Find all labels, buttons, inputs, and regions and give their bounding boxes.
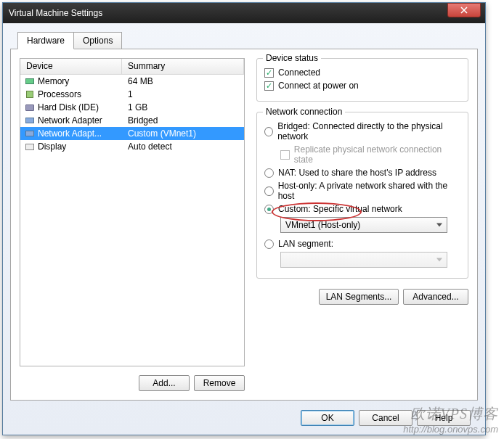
- cancel-button[interactable]: Cancel: [359, 410, 412, 426]
- device-row[interactable]: Network AdapterBridged: [20, 114, 244, 127]
- content-area: Hardware Options Device Summary Memory64…: [10, 32, 478, 401]
- checkbox-label: Connected: [278, 67, 320, 78]
- hdd-icon: [25, 103, 35, 112]
- lan-segment-dropdown: [280, 252, 447, 268]
- advanced-button[interactable]: Advanced...: [403, 289, 468, 305]
- connected-checkbox[interactable]: [264, 68, 274, 78]
- tab-bar: Hardware Options: [17, 32, 478, 49]
- host-only-row[interactable]: Host-only: A private network shared with…: [264, 181, 460, 201]
- lan-segment-radio[interactable]: [264, 239, 274, 249]
- hardware-panel: Device Summary Memory64 MBProcessors1Har…: [10, 49, 478, 401]
- network-connection-group: Network connection Bridged: Connected di…: [256, 112, 468, 279]
- device-row[interactable]: Memory64 MB: [20, 75, 244, 88]
- titlebar[interactable]: Virtual Machine Settings: [3, 3, 485, 23]
- button-label: OK: [321, 413, 333, 423]
- net-icon: [25, 116, 35, 125]
- tab-options[interactable]: Options: [73, 32, 122, 49]
- connected-row[interactable]: Connected: [264, 67, 460, 78]
- vm-settings-window: Virtual Machine Settings Hardware Option…: [2, 2, 486, 435]
- device-name: Processors: [38, 89, 81, 99]
- device-list-header: Device Summary: [20, 59, 244, 75]
- col-header-summary[interactable]: Summary: [122, 59, 244, 74]
- radio-label: Host-only: A private network shared with…: [278, 181, 460, 201]
- device-summary: 1 GB: [122, 102, 244, 112]
- replicate-checkbox: [280, 150, 290, 160]
- button-label: Cancel: [372, 413, 399, 423]
- right-pane: Device status Connected Connect at power…: [256, 58, 468, 391]
- nat-radio[interactable]: [264, 168, 274, 178]
- tab-hardware[interactable]: Hardware: [17, 32, 74, 49]
- radio-label: Bridged: Connected directly to the physi…: [277, 121, 460, 141]
- device-rows: Memory64 MBProcessors1Hard Disk (IDE)1 G…: [20, 75, 244, 153]
- device-summary: Custom (VMnet1): [122, 128, 244, 139]
- device-summary: Bridged: [122, 115, 244, 126]
- bridged-row[interactable]: Bridged: Connected directly to the physi…: [264, 121, 460, 141]
- device-name: Network Adapter: [38, 115, 102, 126]
- tab-label: Hardware: [27, 36, 65, 46]
- checkbox-label: Replicate physical network connection st…: [294, 144, 460, 165]
- disp-icon: [25, 142, 35, 151]
- bridged-radio[interactable]: [264, 127, 273, 136]
- device-list: Device Summary Memory64 MBProcessors1Har…: [20, 58, 245, 366]
- tab-label: Options: [83, 36, 113, 46]
- device-status-group: Device status Connected Connect at power…: [256, 58, 468, 102]
- dialog-footer: OK Cancel Help: [301, 410, 471, 426]
- col-header-device[interactable]: Device: [20, 59, 122, 74]
- device-name: Display: [38, 141, 66, 152]
- button-label: LAN Segments...: [326, 292, 392, 302]
- radio-label: Custom: Specific virtual network: [278, 204, 402, 214]
- nat-row[interactable]: NAT: Used to share the host's IP address: [264, 168, 460, 178]
- device-summary: 1: [122, 89, 244, 99]
- lan-segment-row[interactable]: LAN segment:: [264, 239, 460, 249]
- left-buttons: Add... Remove: [139, 375, 245, 391]
- device-name: Hard Disk (IDE): [38, 102, 99, 112]
- group-title: Device status: [263, 53, 321, 63]
- radio-label: NAT: Used to share the host's IP address: [278, 168, 436, 178]
- replicate-row: Replicate physical network connection st…: [280, 144, 460, 165]
- device-name: Network Adapt...: [38, 128, 102, 139]
- device-name: Memory: [38, 76, 69, 86]
- device-row[interactable]: Hard Disk (IDE)1 GB: [20, 101, 244, 114]
- help-button[interactable]: Help: [417, 410, 471, 426]
- ram-icon: [25, 77, 35, 86]
- ok-button[interactable]: OK: [301, 410, 354, 426]
- host-only-radio[interactable]: [264, 186, 274, 196]
- device-row[interactable]: Processors1: [20, 88, 244, 101]
- connect-power-on-checkbox[interactable]: [264, 81, 274, 91]
- device-row[interactable]: DisplayAuto detect: [20, 140, 244, 153]
- button-label: Help: [435, 413, 453, 423]
- dropdown-value: VMnet1 (Host-only): [285, 220, 360, 230]
- left-pane: Device Summary Memory64 MBProcessors1Har…: [20, 58, 245, 391]
- checkbox-label: Connect at power on: [278, 81, 359, 91]
- button-label: Add...: [153, 378, 175, 388]
- device-summary: Auto detect: [122, 141, 244, 152]
- device-row[interactable]: Network Adapt...Custom (VMnet1): [20, 127, 244, 140]
- custom-row[interactable]: Custom: Specific virtual network: [264, 204, 460, 214]
- device-summary: 64 MB: [122, 76, 244, 86]
- close-button[interactable]: [447, 3, 481, 17]
- group-title: Network connection: [263, 107, 345, 117]
- net-icon: [25, 129, 35, 138]
- add-button[interactable]: Add...: [139, 375, 190, 391]
- close-icon: [460, 7, 468, 14]
- remove-button[interactable]: Remove: [194, 375, 245, 391]
- connect-at-power-on-row[interactable]: Connect at power on: [264, 81, 460, 91]
- radio-label: LAN segment:: [278, 239, 333, 249]
- chevron-down-icon: [436, 223, 442, 227]
- right-buttons: LAN Segments... Advanced...: [256, 289, 468, 305]
- lan-segments-button[interactable]: LAN Segments...: [319, 289, 399, 305]
- window-title: Virtual Machine Settings: [9, 8, 479, 18]
- button-label: Advanced...: [412, 292, 458, 302]
- chevron-down-icon: [436, 258, 442, 262]
- custom-network-dropdown[interactable]: VMnet1 (Host-only): [280, 217, 447, 233]
- button-label: Remove: [203, 378, 236, 388]
- custom-radio[interactable]: [264, 205, 274, 214]
- cpu-icon: [25, 90, 35, 99]
